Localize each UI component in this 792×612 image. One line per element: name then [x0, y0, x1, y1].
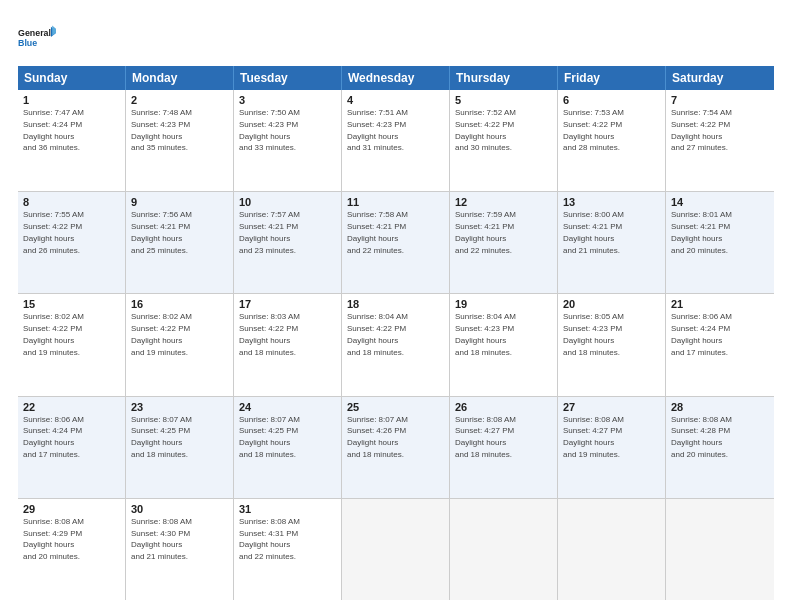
day-number: 4 [347, 94, 444, 106]
day-info: Sunrise: 8:08 AMSunset: 4:27 PMDaylight … [455, 415, 516, 459]
day-number: 23 [131, 401, 228, 413]
day-number: 7 [671, 94, 769, 106]
day-info: Sunrise: 8:07 AMSunset: 4:25 PMDaylight … [131, 415, 192, 459]
logo: General Blue [18, 18, 56, 56]
page: General Blue SundayMondayTuesdayWednesda… [0, 0, 792, 612]
day-info: Sunrise: 8:04 AMSunset: 4:22 PMDaylight … [347, 312, 408, 356]
day-cell-20: 20 Sunrise: 8:05 AMSunset: 4:23 PMDaylig… [558, 294, 666, 395]
day-number: 21 [671, 298, 769, 310]
calendar: SundayMondayTuesdayWednesdayThursdayFrid… [18, 66, 774, 600]
day-number: 8 [23, 196, 120, 208]
day-cell-22: 22 Sunrise: 8:06 AMSunset: 4:24 PMDaylig… [18, 397, 126, 498]
week-row-5: 29 Sunrise: 8:08 AMSunset: 4:29 PMDaylig… [18, 499, 774, 600]
day-info: Sunrise: 8:03 AMSunset: 4:22 PMDaylight … [239, 312, 300, 356]
svg-text:General: General [18, 28, 51, 38]
day-info: Sunrise: 8:08 AMSunset: 4:30 PMDaylight … [131, 517, 192, 561]
day-cell-26: 26 Sunrise: 8:08 AMSunset: 4:27 PMDaylig… [450, 397, 558, 498]
day-number: 25 [347, 401, 444, 413]
day-number: 9 [131, 196, 228, 208]
day-info: Sunrise: 8:08 AMSunset: 4:28 PMDaylight … [671, 415, 732, 459]
day-number: 19 [455, 298, 552, 310]
header-day-thursday: Thursday [450, 66, 558, 90]
day-number: 29 [23, 503, 120, 515]
day-cell-23: 23 Sunrise: 8:07 AMSunset: 4:25 PMDaylig… [126, 397, 234, 498]
day-number: 31 [239, 503, 336, 515]
day-info: Sunrise: 7:54 AMSunset: 4:22 PMDaylight … [671, 108, 732, 152]
week-row-3: 15 Sunrise: 8:02 AMSunset: 4:22 PMDaylig… [18, 294, 774, 396]
day-info: Sunrise: 7:57 AMSunset: 4:21 PMDaylight … [239, 210, 300, 254]
day-number: 17 [239, 298, 336, 310]
svg-text:Blue: Blue [18, 38, 37, 48]
day-cell-15: 15 Sunrise: 8:02 AMSunset: 4:22 PMDaylig… [18, 294, 126, 395]
day-info: Sunrise: 8:05 AMSunset: 4:23 PMDaylight … [563, 312, 624, 356]
day-number: 6 [563, 94, 660, 106]
day-info: Sunrise: 8:06 AMSunset: 4:24 PMDaylight … [23, 415, 84, 459]
day-info: Sunrise: 8:02 AMSunset: 4:22 PMDaylight … [131, 312, 192, 356]
day-info: Sunrise: 8:08 AMSunset: 4:27 PMDaylight … [563, 415, 624, 459]
day-number: 11 [347, 196, 444, 208]
header-day-tuesday: Tuesday [234, 66, 342, 90]
day-number: 2 [131, 94, 228, 106]
day-info: Sunrise: 8:08 AMSunset: 4:29 PMDaylight … [23, 517, 84, 561]
day-cell-24: 24 Sunrise: 8:07 AMSunset: 4:25 PMDaylig… [234, 397, 342, 498]
day-info: Sunrise: 8:06 AMSunset: 4:24 PMDaylight … [671, 312, 732, 356]
day-cell-3: 3 Sunrise: 7:50 AMSunset: 4:23 PMDayligh… [234, 90, 342, 191]
day-number: 20 [563, 298, 660, 310]
day-cell-30: 30 Sunrise: 8:08 AMSunset: 4:30 PMDaylig… [126, 499, 234, 600]
day-info: Sunrise: 7:59 AMSunset: 4:21 PMDaylight … [455, 210, 516, 254]
day-cell-12: 12 Sunrise: 7:59 AMSunset: 4:21 PMDaylig… [450, 192, 558, 293]
header-day-monday: Monday [126, 66, 234, 90]
day-cell-1: 1 Sunrise: 7:47 AMSunset: 4:24 PMDayligh… [18, 90, 126, 191]
day-cell-10: 10 Sunrise: 7:57 AMSunset: 4:21 PMDaylig… [234, 192, 342, 293]
day-info: Sunrise: 8:04 AMSunset: 4:23 PMDaylight … [455, 312, 516, 356]
day-info: Sunrise: 7:58 AMSunset: 4:21 PMDaylight … [347, 210, 408, 254]
day-number: 18 [347, 298, 444, 310]
day-cell-13: 13 Sunrise: 8:00 AMSunset: 4:21 PMDaylig… [558, 192, 666, 293]
day-info: Sunrise: 7:48 AMSunset: 4:23 PMDaylight … [131, 108, 192, 152]
day-cell-16: 16 Sunrise: 8:02 AMSunset: 4:22 PMDaylig… [126, 294, 234, 395]
day-cell-18: 18 Sunrise: 8:04 AMSunset: 4:22 PMDaylig… [342, 294, 450, 395]
logo-svg: General Blue [18, 18, 56, 56]
day-number: 27 [563, 401, 660, 413]
day-number: 28 [671, 401, 769, 413]
day-info: Sunrise: 8:01 AMSunset: 4:21 PMDaylight … [671, 210, 732, 254]
day-cell-19: 19 Sunrise: 8:04 AMSunset: 4:23 PMDaylig… [450, 294, 558, 395]
day-cell-11: 11 Sunrise: 7:58 AMSunset: 4:21 PMDaylig… [342, 192, 450, 293]
week-row-2: 8 Sunrise: 7:55 AMSunset: 4:22 PMDayligh… [18, 192, 774, 294]
day-cell-4: 4 Sunrise: 7:51 AMSunset: 4:23 PMDayligh… [342, 90, 450, 191]
day-cell-31: 31 Sunrise: 8:08 AMSunset: 4:31 PMDaylig… [234, 499, 342, 600]
day-number: 1 [23, 94, 120, 106]
day-cell-8: 8 Sunrise: 7:55 AMSunset: 4:22 PMDayligh… [18, 192, 126, 293]
day-cell-9: 9 Sunrise: 7:56 AMSunset: 4:21 PMDayligh… [126, 192, 234, 293]
day-cell-28: 28 Sunrise: 8:08 AMSunset: 4:28 PMDaylig… [666, 397, 774, 498]
day-number: 30 [131, 503, 228, 515]
empty-cell [450, 499, 558, 600]
day-info: Sunrise: 7:56 AMSunset: 4:21 PMDaylight … [131, 210, 192, 254]
day-info: Sunrise: 8:02 AMSunset: 4:22 PMDaylight … [23, 312, 84, 356]
day-cell-2: 2 Sunrise: 7:48 AMSunset: 4:23 PMDayligh… [126, 90, 234, 191]
calendar-body: 1 Sunrise: 7:47 AMSunset: 4:24 PMDayligh… [18, 90, 774, 600]
day-number: 12 [455, 196, 552, 208]
day-number: 10 [239, 196, 336, 208]
day-number: 24 [239, 401, 336, 413]
week-row-4: 22 Sunrise: 8:06 AMSunset: 4:24 PMDaylig… [18, 397, 774, 499]
day-info: Sunrise: 8:07 AMSunset: 4:25 PMDaylight … [239, 415, 300, 459]
day-info: Sunrise: 8:00 AMSunset: 4:21 PMDaylight … [563, 210, 624, 254]
day-info: Sunrise: 7:47 AMSunset: 4:24 PMDaylight … [23, 108, 84, 152]
day-cell-6: 6 Sunrise: 7:53 AMSunset: 4:22 PMDayligh… [558, 90, 666, 191]
empty-cell [666, 499, 774, 600]
day-cell-5: 5 Sunrise: 7:52 AMSunset: 4:22 PMDayligh… [450, 90, 558, 191]
day-number: 16 [131, 298, 228, 310]
header-day-saturday: Saturday [666, 66, 774, 90]
svg-marker-3 [52, 26, 56, 36]
day-cell-21: 21 Sunrise: 8:06 AMSunset: 4:24 PMDaylig… [666, 294, 774, 395]
empty-cell [558, 499, 666, 600]
day-info: Sunrise: 7:53 AMSunset: 4:22 PMDaylight … [563, 108, 624, 152]
day-number: 5 [455, 94, 552, 106]
day-info: Sunrise: 8:07 AMSunset: 4:26 PMDaylight … [347, 415, 408, 459]
header-day-friday: Friday [558, 66, 666, 90]
day-cell-17: 17 Sunrise: 8:03 AMSunset: 4:22 PMDaylig… [234, 294, 342, 395]
header-day-sunday: Sunday [18, 66, 126, 90]
calendar-header: SundayMondayTuesdayWednesdayThursdayFrid… [18, 66, 774, 90]
day-number: 14 [671, 196, 769, 208]
